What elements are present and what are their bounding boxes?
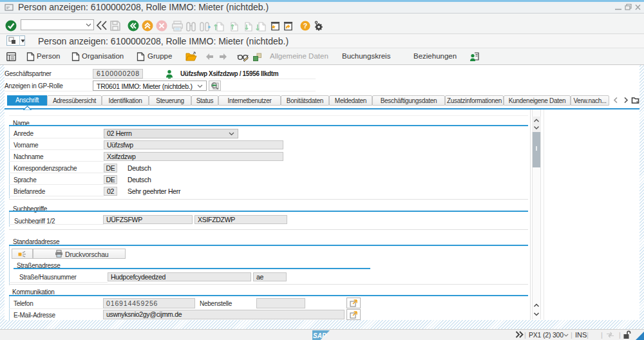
svg-text:?: ? bbox=[303, 22, 307, 30]
svg-text:SAP: SAP bbox=[313, 332, 327, 339]
